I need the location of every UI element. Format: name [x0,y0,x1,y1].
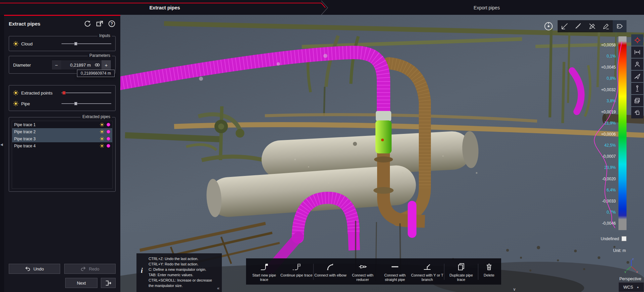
colorbar-value: +0,0058 [601,43,616,47]
colorbar-value: -0,0033 [602,199,616,203]
pipe-trace-list: Pipe trace 1 Pipe trace 2 Pipe trace 3 P… [12,121,113,189]
increment-button[interactable]: + [102,60,111,70]
hints-collapse-icon[interactable]: « [217,285,219,292]
projection-label[interactable]: Perspective [619,277,641,281]
pipe-trace-name: Pipe trace 4 [14,144,97,148]
redo-button[interactable]: Redo [64,264,116,274]
tab-bar: Extract pipes Export pipes [0,0,644,15]
reducer-icon [358,262,367,271]
view-orientation-icon[interactable] [543,21,554,32]
cloud-label: Cloud [21,41,33,46]
pipe-trace-row[interactable]: Pipe trace 1 [12,121,112,128]
next-button[interactable]: Next [65,278,97,288]
pipe-trace-row[interactable]: Pipe trace 3 [12,135,112,142]
pipe-color-swatch[interactable] [107,144,110,148]
toolbar-divider [313,264,314,280]
axis-triad: z x y [624,257,639,273]
extracted-points-bulb-icon[interactable] [13,90,18,96]
extract-pipes-panel: Extract pipes ? Inputs Cloud Parameters [4,15,120,292]
measure-angle-icon[interactable] [558,20,571,32]
connect-with-elbow-button[interactable]: Connect with elbow [314,262,347,282]
annotate-slash-icon[interactable] [585,20,599,32]
extracted-points-slider[interactable] [62,90,111,95]
duplicate-pipe-trace-button[interactable]: Duplicate pipe trace [445,262,477,282]
fit-view-icon[interactable] [631,46,643,58]
decrement-button[interactable]: − [52,60,61,70]
diameter-value[interactable]: 0,21897 m [61,60,93,70]
exit-icon [105,280,112,286]
diameter-label: Diameter [13,63,31,68]
hint-line: CTRL+SCROLL: Increase or decrease the ma… [149,278,218,289]
undefined-label: Undefined [601,236,619,241]
extracted-points-label: Extracted points [21,90,52,96]
viewpoint-icon[interactable] [631,83,643,94]
pipe-trace-name: Pipe trace 2 [14,130,97,134]
toolbar-divider [444,264,444,280]
recenter-icon[interactable] [631,34,643,46]
rotate-view-icon[interactable] [631,107,643,118]
continue-pipe-trace-button[interactable]: Continue pipe trace [280,262,313,282]
pipe-opacity-slider[interactable] [62,101,111,106]
toolbar-collapse-icon[interactable]: ∨ [513,287,516,292]
pipe-trace-row[interactable]: Pipe trace 2 [12,128,112,135]
unit-label: Unit: m [613,248,626,253]
trace-visibility-bulb-icon[interactable] [100,144,104,148]
toolbar-item-label: Start new pipe trace [248,273,280,282]
colorbar-percent: 21,9% [604,121,616,125]
parameters-group-label: Parameters [88,53,112,58]
pipe-color-swatch[interactable] [107,137,110,141]
colorbar-value: +0,0032 [601,88,616,92]
delete-button[interactable]: Delete [479,262,499,282]
pipe-color-swatch[interactable] [107,130,110,134]
undefined-color-box[interactable] [621,236,627,241]
coordinate-system-dropdown[interactable]: WCS ▲ [618,282,644,292]
help-icon[interactable]: ? [108,20,116,28]
next-label: Next [77,281,86,286]
extracted-pipes-group: Extracted pipes Pipe trace 1 Pipe trace … [9,117,116,192]
camera-position-icon[interactable] [631,59,643,70]
undo-arrow-icon [25,266,31,271]
tab-export-pipes[interactable]: Export pipes [329,0,644,15]
viewport-3d[interactable]: +0,0058 0,1% +0,0045 0,8% +0,0032 3,8% +… [120,15,644,292]
toolbar-divider [478,264,478,280]
external-window-icon[interactable] [95,20,104,28]
slider-handle[interactable] [74,42,77,45]
pipe-edit-toolbar: Start new pipe trace Continue pipe trace… [246,258,501,285]
connect-with-reducer-button[interactable]: Connect with reducer [347,262,379,282]
undo-button[interactable]: Undo [9,264,60,274]
history-reset-icon[interactable] [83,20,91,28]
connect-with-y-t-branch-button[interactable]: Connect with Y or T branch [411,262,443,282]
pipe-bulb-icon[interactable] [13,101,18,106]
trace-visibility-bulb-icon[interactable] [100,137,104,141]
colorbar-percent: 0,7% [607,210,616,214]
slider-handle[interactable] [63,91,66,95]
trace-visibility-bulb-icon[interactable] [100,130,104,134]
annotate-pen-icon[interactable] [599,20,613,32]
fly-mode-icon[interactable] [631,71,643,82]
link-icon[interactable] [93,60,102,70]
measure-distance-icon[interactable] [571,20,585,32]
clipping-box-icon[interactable] [631,95,643,106]
parameters-group: Parameters Diameter − 0,21897 m + 0,2189… [9,56,116,74]
finish-exit-button[interactable] [101,278,116,288]
pipe-trace-row[interactable]: Pipe trace 4 [12,142,112,149]
connect-with-straight-pipe-button[interactable]: Connect with straight pipe [379,262,411,282]
slider-handle[interactable] [74,102,77,105]
svg-text:y: y [625,270,626,273]
trace-visibility-bulb-icon[interactable] [100,122,104,127]
diameter-stepper[interactable]: − 0,21897 m + [51,60,111,70]
cloud-visibility-bulb-icon[interactable] [13,41,18,46]
color-scale: +0,0058 0,1% +0,0045 0,8% +0,0032 3,8% +… [584,36,629,258]
slider-track [62,103,111,104]
tab-extract-pipes[interactable]: Extract pipes [0,0,329,15]
pipe-color-swatch[interactable] [107,123,110,126]
panel-collapse-arrow[interactable]: ◀ [0,143,3,146]
slider-track [62,43,111,44]
label-tool-icon[interactable] [613,20,627,32]
cloud-opacity-slider[interactable] [62,41,111,46]
hint-line: CTRL+Z: Undo the last action. [149,256,218,262]
colorbar-percent: 0,8% [607,76,616,80]
coordinate-system-value: WCS [623,285,633,290]
colorbar-percent: 3,8% [607,99,616,103]
start-new-pipe-trace-button[interactable]: Start new pipe trace [248,262,280,282]
